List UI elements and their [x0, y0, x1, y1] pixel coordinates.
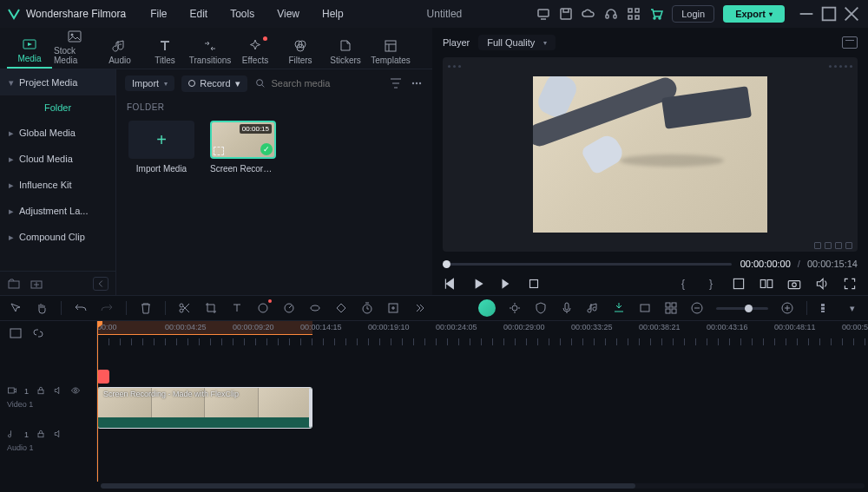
play-forward-button[interactable] — [498, 276, 514, 292]
play-button[interactable] — [470, 276, 486, 292]
mute-icon[interactable] — [53, 429, 63, 441]
stop-button[interactable] — [526, 276, 542, 292]
timeline-options-icon[interactable] — [9, 326, 23, 340]
fit-button[interactable] — [386, 301, 400, 315]
import-media-card[interactable]: + Import Media — [127, 121, 196, 174]
zoom-in-button[interactable] — [780, 301, 794, 315]
more-icon[interactable] — [410, 76, 424, 90]
login-button[interactable]: Login — [672, 5, 714, 23]
new-folder-button[interactable] — [7, 277, 21, 291]
enhance-button[interactable] — [508, 301, 522, 315]
duration-button[interactable] — [360, 301, 374, 315]
track-area[interactable]: Screen Recording - Made with FlexClip — [97, 345, 868, 482]
seek-knob[interactable] — [443, 260, 450, 268]
export-button[interactable]: Export▾ — [723, 5, 785, 23]
music-button[interactable] — [586, 301, 600, 315]
record-dropdown[interactable]: Record▾ — [181, 75, 247, 92]
seek-bar[interactable] — [443, 261, 732, 266]
zoom-knob[interactable] — [745, 305, 753, 312]
tab-media[interactable]: Media — [7, 33, 52, 69]
crop-button[interactable] — [204, 301, 218, 315]
video-track-header[interactable]: 1 Video 1 — [0, 384, 96, 427]
media-clip-card[interactable]: 00:00:15 ✓ Screen Recordin... — [208, 121, 278, 174]
close-button[interactable] — [842, 4, 861, 23]
shield-button[interactable] — [534, 301, 548, 315]
menu-help[interactable]: Help — [313, 4, 352, 23]
undo-button[interactable] — [74, 301, 88, 315]
keyframe-button[interactable] — [334, 301, 348, 315]
cart-icon[interactable] — [649, 7, 663, 21]
mark-in-button[interactable]: { — [675, 276, 691, 292]
collapse-sidebar-button[interactable] — [93, 277, 108, 291]
tab-titles[interactable]: Titles — [142, 35, 187, 69]
settings-dropdown[interactable]: ▾ — [845, 301, 859, 315]
prev-frame-button[interactable] — [443, 276, 458, 292]
volume-button[interactable] — [814, 276, 830, 292]
ruler-playhead[interactable] — [97, 321, 98, 345]
tab-stock-media[interactable]: Stock Media — [52, 25, 97, 69]
capture-button[interactable] — [786, 276, 802, 292]
tab-filters[interactable]: Filters — [278, 35, 323, 69]
timeline-scrollbar[interactable] — [0, 482, 868, 490]
clip-trim-handle[interactable] — [309, 388, 312, 428]
text-button[interactable] — [230, 301, 244, 315]
snapshot-button[interactable] — [842, 36, 858, 49]
menu-view[interactable]: View — [268, 4, 308, 23]
redo-button[interactable] — [100, 301, 114, 315]
minimize-button[interactable] — [797, 4, 816, 23]
timeline-clip[interactable]: Screen Recording - Made with FlexClip — [97, 387, 312, 429]
sidebar-item-compound-clip[interactable]: ▸Compound Clip — [0, 224, 115, 250]
sidebar-item-project-media[interactable]: ▾Project Media — [0, 69, 115, 95]
fullscreen-button[interactable] — [842, 276, 858, 292]
audio-track-header[interactable]: 1 Audio 1 — [0, 427, 96, 470]
sidebar-item-adjustment-layer[interactable]: ▸Adjustment La... — [0, 198, 115, 224]
compare-button[interactable] — [759, 276, 774, 292]
lock-icon[interactable] — [36, 429, 46, 441]
grid-button[interactable] — [664, 301, 678, 315]
device-icon[interactable] — [536, 7, 550, 21]
tab-transitions[interactable]: Transitions — [187, 35, 233, 69]
link-icon[interactable] — [31, 326, 45, 340]
pointer-tool-icon[interactable] — [9, 301, 23, 315]
expand-tools-button[interactable] — [412, 301, 426, 315]
sidebar-folder[interactable]: Folder — [0, 95, 115, 120]
cloud-icon[interactable] — [582, 7, 595, 21]
voiceover-button[interactable] — [560, 301, 574, 315]
save-icon[interactable] — [559, 7, 573, 21]
tab-stickers[interactable]: Stickers — [323, 35, 368, 69]
import-dropdown[interactable]: Import▾ — [125, 75, 174, 91]
zoom-slider[interactable] — [716, 307, 768, 310]
menu-file[interactable]: File — [141, 4, 175, 23]
marker-button[interactable] — [638, 301, 652, 315]
mute-icon[interactable] — [53, 385, 63, 397]
delete-button[interactable] — [139, 301, 153, 315]
filter-icon[interactable] — [389, 76, 403, 90]
search-input[interactable] — [272, 78, 383, 89]
split-button[interactable] — [178, 301, 192, 315]
sidebar-item-cloud-media[interactable]: ▸Cloud Media — [0, 146, 115, 172]
maximize-button[interactable] — [819, 4, 838, 23]
ai-tools-button[interactable] — [478, 299, 496, 317]
crop-display-button[interactable] — [731, 276, 746, 292]
scrollbar-thumb[interactable] — [101, 483, 635, 489]
sidebar-item-global-media[interactable]: ▸Global Media — [0, 120, 115, 146]
timeline-playhead[interactable] — [97, 345, 98, 482]
tab-effects[interactable]: Effects — [233, 35, 278, 69]
color-button[interactable] — [256, 301, 270, 315]
new-bin-button[interactable] — [30, 277, 43, 291]
zoom-out-button[interactable] — [690, 301, 704, 315]
headphones-icon[interactable] — [604, 7, 618, 21]
preview-viewport[interactable] — [443, 57, 858, 252]
search-field[interactable] — [254, 76, 382, 90]
tab-audio[interactable]: Audio — [97, 35, 142, 69]
apps-icon[interactable] — [627, 7, 641, 21]
hand-tool-icon[interactable] — [35, 301, 49, 315]
speed-button[interactable] — [282, 301, 296, 315]
magnetic-button[interactable] — [612, 301, 626, 315]
mark-out-button[interactable]: } — [703, 276, 719, 292]
quality-dropdown[interactable]: Full Quality▾ — [478, 35, 556, 50]
menu-edit[interactable]: Edit — [181, 4, 217, 23]
visibility-icon[interactable] — [70, 385, 81, 397]
menu-tools[interactable]: Tools — [221, 4, 263, 23]
lock-icon[interactable] — [36, 385, 46, 397]
